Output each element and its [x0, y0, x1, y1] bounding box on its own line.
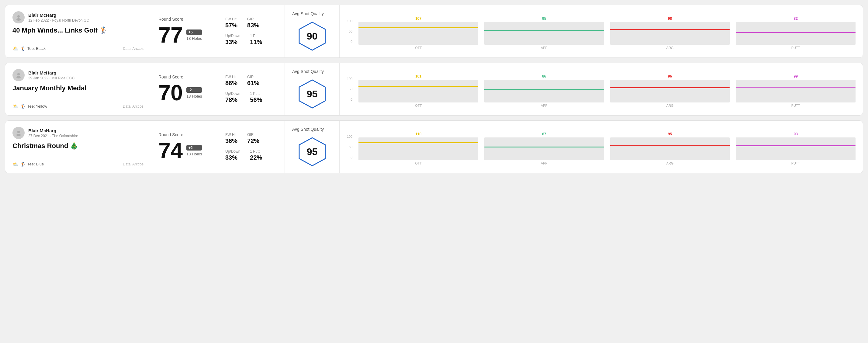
tee-label: Tee: Blue [27, 162, 44, 166]
user-name: Blair McHarg [28, 128, 78, 133]
svg-point-3 [17, 73, 20, 75]
chart-column-putt: 82 PUTT [736, 17, 856, 50]
fw-hit-value: 36% [225, 137, 238, 145]
score-number: 70 [158, 82, 183, 104]
round-title: 40 Mph Winds... Links Golf 🏌️ [12, 27, 144, 34]
chart-bar-bg [359, 137, 478, 160]
round-card: Blair McHarg 29 Jan 2022 · Mill Ride GCC… [5, 63, 863, 116]
chart-axis-label: PUTT [792, 104, 800, 107]
chart-axis-label: OTT [415, 161, 422, 165]
chart-bar-line [359, 142, 478, 143]
stats-section: FW Hit 57% GIR 83% Up/Down 33% 1 Putt [218, 5, 285, 58]
gir-value: 61% [247, 80, 259, 87]
chart-bar-bg [359, 22, 478, 45]
user-date: 29 Jan 2022 · Mill Ride GCC [28, 76, 74, 80]
chart-columns: 101 OTT 86 APP 96 ARG [359, 71, 856, 107]
updown-value: 78% [225, 96, 240, 103]
chart-y-axis: 100 50 0 [347, 77, 352, 107]
stat-fw-hit: FW Hit 57% [225, 17, 238, 29]
round-card: Blair McHarg 12 Feb 2022 · Royal North D… [5, 5, 863, 58]
y-label-0: 0 [347, 98, 352, 101]
user-date: 12 Feb 2022 · Royal North Devon GC [28, 18, 89, 23]
stat-updown: Up/Down 33% [225, 34, 240, 45]
score-holes: 18 Holes [186, 152, 202, 156]
chart-column-arg: 98 ARG [610, 17, 730, 50]
chart-bar-line [484, 147, 604, 148]
svg-point-1 [17, 18, 21, 21]
chart-bar-line [484, 89, 604, 90]
hexagon-container: 95 [297, 136, 328, 167]
stat-one-putt: 1 Putt 11% [250, 34, 262, 45]
updown-label: Up/Down [225, 92, 240, 96]
quality-section: Avg Shot Quality 95 [285, 121, 340, 173]
stat-fw-hit: FW Hit 36% [225, 132, 238, 145]
score-section: Round Score 70 -2 18 Holes [151, 63, 218, 115]
chart-value-arg: 95 [668, 132, 672, 136]
golf-bag-icon: 🏌 [20, 162, 26, 167]
user-details: Blair McHarg 12 Feb 2022 · Royal North D… [28, 12, 89, 23]
score-details: +5 18 Holes [186, 30, 202, 41]
score-number: 77 [158, 24, 183, 46]
fw-hit-label: FW Hit [225, 132, 238, 137]
data-source-label: Data: Arccos [123, 104, 144, 108]
chart-axis-label: PUTT [792, 161, 800, 165]
quality-section: Avg Shot Quality 90 [285, 5, 340, 58]
stat-updown: Up/Down 33% [225, 149, 240, 161]
quality-section: Avg Shot Quality 95 [285, 63, 340, 115]
stats-row-top: FW Hit 86% GIR 61% [225, 75, 277, 87]
chart-column-app: 87 APP [484, 132, 604, 165]
round-title: January Monthly Medal [12, 84, 144, 92]
gir-value: 72% [247, 137, 259, 145]
chart-value-ott: 107 [415, 17, 422, 21]
chart-bar-bg [736, 137, 856, 160]
chart-bar-bg [610, 80, 730, 102]
hexagon-container: 95 [297, 79, 328, 109]
fw-hit-value: 86% [225, 80, 238, 87]
stat-gir: GIR 61% [247, 75, 259, 87]
chart-area: 100 50 0 110 OTT 87 APP [347, 129, 856, 165]
fw-hit-label: FW Hit [225, 17, 238, 21]
chart-bar-line [359, 86, 478, 87]
chart-bar-line [736, 87, 856, 88]
chart-axis-label: OTT [415, 46, 422, 50]
chart-section: 100 50 0 110 OTT 87 APP [340, 121, 863, 173]
rounds-list: Blair McHarg 12 Feb 2022 · Royal North D… [5, 5, 863, 173]
data-source-label: Data: Arccos [123, 162, 144, 166]
chart-value-putt: 93 [794, 132, 798, 136]
fw-hit-label: FW Hit [225, 75, 238, 79]
stat-updown: Up/Down 78% [225, 92, 240, 103]
user-details: Blair McHarg 27 Dec 2021 · The Oxfordshi… [28, 128, 78, 138]
chart-value-ott: 110 [415, 132, 422, 136]
user-details: Blair McHarg 29 Jan 2022 · Mill Ride GCC [28, 70, 74, 80]
chart-bar-line [610, 87, 730, 88]
chart-axis-label: ARG [666, 46, 674, 50]
y-label-50: 50 [347, 145, 352, 149]
svg-point-6 [17, 131, 20, 133]
y-label-100: 100 [347, 77, 352, 81]
user-info: Blair McHarg 29 Jan 2022 · Mill Ride GCC [12, 69, 144, 81]
one-putt-value: 22% [250, 154, 262, 161]
y-label-100: 100 [347, 19, 352, 23]
chart-value-app: 87 [542, 132, 546, 136]
chart-value-ott: 101 [415, 74, 422, 79]
y-label-0: 0 [347, 155, 352, 159]
chart-column-putt: 99 PUTT [736, 74, 856, 107]
stats-section: FW Hit 36% GIR 72% Up/Down 33% 1 Putt [218, 121, 285, 173]
svg-point-0 [17, 15, 20, 18]
gir-value: 83% [247, 22, 259, 29]
fw-hit-value: 57% [225, 22, 238, 29]
chart-bar-bg [610, 137, 730, 160]
chart-column-arg: 95 ARG [610, 132, 730, 165]
y-label-100: 100 [347, 135, 352, 138]
chart-column-arg: 96 ARG [610, 74, 730, 107]
user-date: 27 Dec 2021 · The Oxfordshire [28, 134, 78, 138]
score-badge: +5 [186, 30, 202, 35]
chart-column-ott: 110 OTT [359, 132, 478, 165]
quality-label: Avg Shot Quality [292, 127, 324, 132]
card-left-section: Blair McHarg 29 Jan 2022 · Mill Ride GCC… [5, 63, 151, 115]
chart-axis-label: PUTT [792, 46, 800, 50]
chart-bar-line [610, 145, 730, 146]
quality-label: Avg Shot Quality [292, 69, 324, 74]
user-info: Blair McHarg 27 Dec 2021 · The Oxfordshi… [12, 127, 144, 139]
score-label: Round Score [158, 17, 210, 22]
